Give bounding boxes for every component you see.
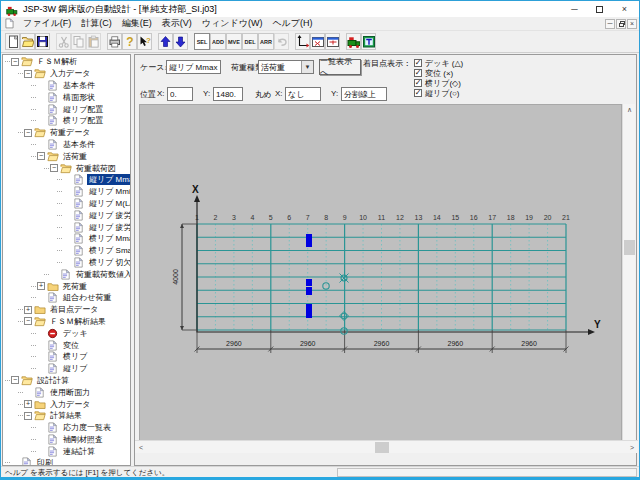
toolbar-move-down-icon[interactable] bbox=[173, 33, 188, 50]
close-button[interactable]: × bbox=[612, 1, 637, 17]
expand-icon[interactable]: + bbox=[37, 282, 45, 290]
checkbox[interactable]: ✓ bbox=[414, 69, 422, 77]
tree-item[interactable]: −設計計算 bbox=[3, 375, 130, 387]
horizontal-scroll-thumb[interactable] bbox=[375, 442, 389, 453]
toolbar-print-icon[interactable] bbox=[107, 33, 122, 50]
tree-item[interactable]: 横リブ bbox=[3, 351, 130, 363]
menu-item-0[interactable]: ファイル(F) bbox=[18, 18, 76, 28]
tree-item[interactable]: 縦リブ 疲労 Mmax bbox=[3, 209, 130, 221]
tree-item[interactable]: 基本条件 bbox=[3, 139, 130, 151]
list-view-button[interactable]: 一覧表示へ bbox=[319, 59, 361, 75]
tree-connector bbox=[31, 451, 36, 452]
mdi-minimize-button[interactable]: ─ bbox=[605, 19, 615, 29]
tree-item[interactable]: +死荷重 bbox=[3, 280, 130, 292]
position-y-input[interactable] bbox=[213, 87, 243, 101]
checkbox[interactable]: ✓ bbox=[414, 59, 422, 67]
tree-item[interactable]: 応力度一覧表 bbox=[3, 422, 130, 434]
tree-item[interactable]: +入力データ bbox=[3, 398, 130, 410]
toolbar-new-icon[interactable] bbox=[5, 33, 20, 50]
load-type-value: 活荷重 bbox=[259, 62, 301, 73]
toolbar-move-mode-button[interactable]: MVE bbox=[226, 33, 242, 50]
tree-item-label: 入力データ bbox=[48, 399, 92, 410]
toolbar-add-mode-button[interactable]: ADD bbox=[210, 33, 226, 50]
expand-icon[interactable]: + bbox=[24, 306, 32, 314]
tree-item[interactable]: 構面形状 bbox=[3, 91, 130, 103]
toolbar-open-icon[interactable] bbox=[20, 33, 35, 50]
toolbar-delete-mode-button[interactable]: DEL bbox=[242, 33, 258, 50]
tree-item[interactable]: −入力データ bbox=[3, 68, 130, 80]
horizontal-scrollbar[interactable]: < > bbox=[135, 440, 638, 453]
chevron-down-icon[interactable]: ▼ bbox=[301, 61, 313, 73]
tree-item[interactable]: 使用断面力 bbox=[3, 386, 130, 398]
collapse-icon[interactable]: − bbox=[24, 412, 32, 420]
toolbar-context-help-icon[interactable]: ? bbox=[137, 33, 152, 50]
toolbar-t-load-vehicle-icon[interactable] bbox=[346, 33, 361, 50]
maximize-button[interactable] bbox=[587, 1, 612, 17]
tree-item[interactable]: −計算結果 bbox=[3, 410, 130, 422]
toolbar-zoom-extents-icon[interactable] bbox=[325, 33, 340, 50]
vertical-scrollbar[interactable]: ∧ ∨ bbox=[622, 104, 635, 452]
mdi-close-button[interactable]: × bbox=[627, 19, 637, 29]
load-type-select[interactable]: 活荷重 ▼ bbox=[258, 60, 314, 74]
tree-item[interactable]: 横リブ 切欠 bbox=[3, 257, 130, 269]
tree-item[interactable]: 連結計算 bbox=[3, 445, 130, 457]
menu-item-2[interactable]: 編集(E) bbox=[117, 18, 157, 28]
tree-item[interactable]: +着目点データ bbox=[3, 304, 130, 316]
minimize-button[interactable]: ─ bbox=[562, 1, 587, 17]
menu-item-3[interactable]: 表示(V) bbox=[157, 18, 197, 28]
collapse-icon[interactable]: − bbox=[24, 317, 32, 325]
toolbar-help-icon[interactable]: ? bbox=[122, 33, 137, 50]
tree-item[interactable]: 荷重載荷数値入力 bbox=[3, 268, 130, 280]
toolbar-select-mode-button[interactable]: SEL bbox=[194, 33, 210, 50]
menu-item-1[interactable]: 計算(C) bbox=[76, 18, 117, 28]
tree-item[interactable]: −ＦＳＭ解析 bbox=[3, 56, 130, 68]
tree-item[interactable]: 横リブ配置 bbox=[3, 115, 130, 127]
checkbox[interactable]: ✓ bbox=[414, 89, 422, 97]
menu-item-5[interactable]: ヘルプ(H) bbox=[267, 18, 317, 28]
case-name-input[interactable] bbox=[166, 60, 221, 74]
collapse-icon[interactable]: − bbox=[24, 129, 32, 137]
tree-item[interactable]: 横リブ Smax bbox=[3, 245, 130, 257]
menu-item-4[interactable]: ウィンドウ(W) bbox=[197, 18, 268, 28]
scroll-left-icon[interactable]: < bbox=[135, 441, 147, 454]
svg-text:21: 21 bbox=[562, 214, 570, 221]
tree-item[interactable]: 横リブ Mmax bbox=[3, 233, 130, 245]
toolbar-move-up-icon[interactable] bbox=[158, 33, 173, 50]
toolbar-t-load-icon[interactable] bbox=[361, 33, 376, 50]
tree-item[interactable]: −荷重載荷図 bbox=[3, 162, 130, 174]
tree-item[interactable]: 縦リブ bbox=[3, 363, 130, 375]
collapse-icon[interactable]: − bbox=[50, 164, 58, 172]
tree-item[interactable]: 印刷 bbox=[3, 457, 130, 466]
tree-item[interactable]: 組合わせ荷重 bbox=[3, 292, 130, 304]
title-bar[interactable]: JSP-3W 鋼床版の自動設計 - [単純支持部_SI.j03] ─ × bbox=[1, 1, 639, 17]
scroll-right-icon[interactable]: > bbox=[626, 441, 638, 454]
tree-item[interactable]: 縦リブ M(L/4) bbox=[3, 198, 130, 210]
scroll-up-icon[interactable]: ∧ bbox=[623, 104, 636, 116]
tree-item[interactable]: 縦リブ 疲労 Mmin bbox=[3, 221, 130, 233]
tree-item[interactable]: 補剛材照査 bbox=[3, 434, 130, 446]
collapse-icon[interactable]: − bbox=[11, 58, 19, 66]
expand-icon[interactable]: + bbox=[24, 400, 32, 408]
tree-item[interactable]: 縦リブ配置 bbox=[3, 103, 130, 115]
tree-item[interactable]: 基本条件 bbox=[3, 80, 130, 92]
toolbar-axis-tool-icon[interactable] bbox=[295, 33, 310, 50]
tree-item[interactable]: 縦リブ Mmin bbox=[3, 186, 130, 198]
round-x-input[interactable] bbox=[285, 87, 321, 101]
collapse-icon[interactable]: − bbox=[24, 70, 32, 78]
tree-item[interactable]: 縦リブ Mmax bbox=[3, 174, 130, 186]
toolbar-zoom-window-icon[interactable] bbox=[310, 33, 325, 50]
toolbar-save-icon[interactable] bbox=[35, 33, 50, 50]
tree-item[interactable]: デッキ bbox=[3, 327, 130, 339]
tree-item[interactable]: −荷重データ bbox=[3, 127, 130, 139]
tree-item[interactable]: 変位 bbox=[3, 339, 130, 351]
collapse-icon[interactable]: − bbox=[11, 376, 19, 384]
mdi-restore-button[interactable] bbox=[616, 19, 626, 29]
round-y-input[interactable] bbox=[341, 87, 387, 101]
tree-item[interactable]: −ＦＳＭ解析結果 bbox=[3, 316, 130, 328]
position-x-input[interactable] bbox=[167, 87, 193, 101]
collapse-icon[interactable]: − bbox=[37, 152, 45, 160]
vertical-scroll-thumb[interactable] bbox=[624, 240, 635, 255]
toolbar-arrange-mode-button[interactable]: ARR bbox=[258, 33, 274, 50]
tree-item[interactable]: −活荷重 bbox=[3, 150, 130, 162]
checkbox[interactable]: ✓ bbox=[414, 79, 422, 87]
